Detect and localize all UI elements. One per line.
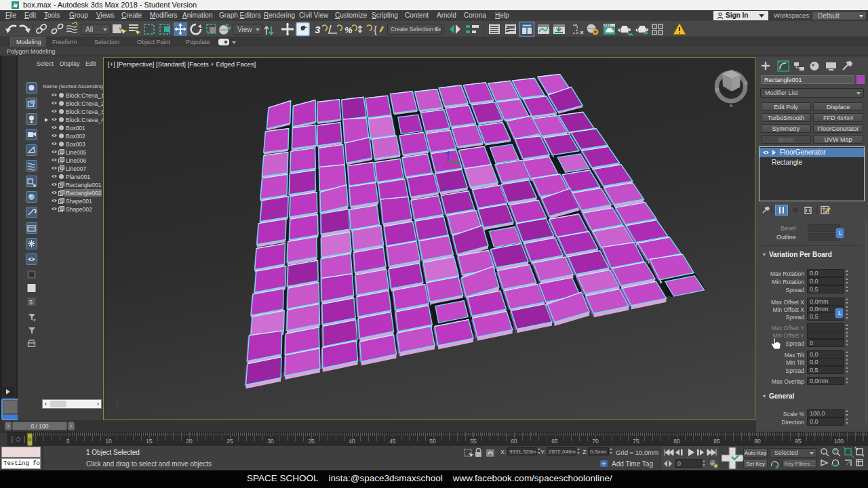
svg-text:3: 3 (315, 24, 321, 35)
svg-text:%: % (344, 25, 353, 35)
svg-text:W: W (715, 87, 719, 92)
svg-text:{: { (374, 24, 377, 35)
svg-text:S: S (730, 103, 733, 108)
svg-text:N: N (745, 81, 748, 85)
svg-text:5: 5 (29, 299, 33, 306)
